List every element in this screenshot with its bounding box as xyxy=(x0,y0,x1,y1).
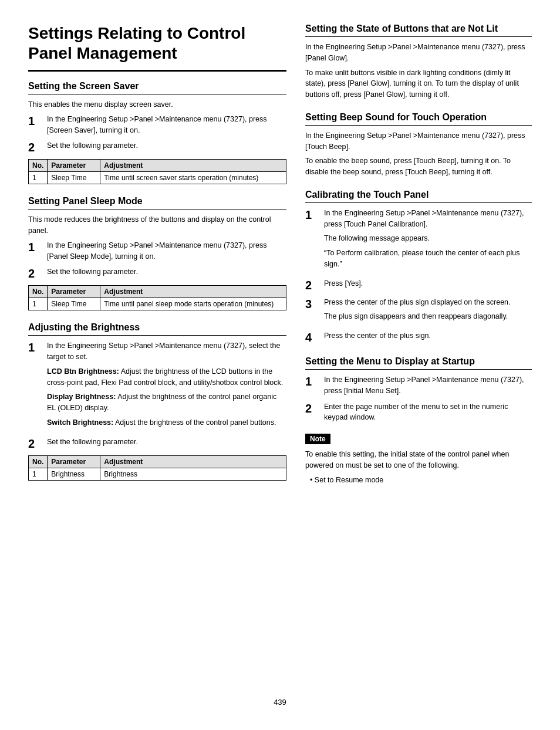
startup-menu-step1: 1 In the Engineering Setup >Panel >Maint… xyxy=(305,374,532,397)
section-brightness-title: Adjusting the Brightness xyxy=(28,322,286,336)
col-header-param: Parameter xyxy=(48,455,100,468)
switch-text: Adjust the brightness of the control pan… xyxy=(115,418,276,427)
note-bullet: • Set to Resume mode xyxy=(310,475,532,486)
touch-panel-note1: The following message appears. xyxy=(324,233,532,244)
brightness-step2: 2 Set the following parameter. xyxy=(28,437,286,451)
step-number: 2 xyxy=(305,401,322,415)
switch-label: Switch Brightness: xyxy=(47,418,113,427)
startup-menu-step2: 2 Enter the page number of the menu to s… xyxy=(305,401,532,424)
col-header-no: No. xyxy=(29,455,48,468)
step-number: 1 xyxy=(305,374,322,388)
note-label: Note xyxy=(305,434,330,444)
step-number: 1 xyxy=(28,114,45,128)
section-panel-sleep-title: Setting Panel Sleep Mode xyxy=(28,196,286,209)
step-number: 1 xyxy=(28,340,45,354)
beep-para2: To enable the beep sound, press [Touch B… xyxy=(305,156,532,178)
step-number: 1 xyxy=(305,208,322,222)
table-row: 1 Sleep Time Time until panel sleep mode… xyxy=(29,298,286,310)
step-number: 2 xyxy=(28,140,45,154)
cell-param: Brightness xyxy=(48,468,100,480)
display-label: Display Brightness: xyxy=(47,393,116,401)
step-content: In the Engineering Setup >Panel >Mainten… xyxy=(324,208,532,273)
brightness-step1-text: In the Engineering Setup >Panel >Mainten… xyxy=(47,342,281,361)
touch-panel-step4: 4 Press the center of the plus sign. xyxy=(305,330,532,344)
step-number: 1 xyxy=(28,240,45,254)
beep-para1: In the Engineering Setup >Panel >Mainten… xyxy=(305,130,532,153)
step-content: In the Engineering Setup >Panel >Mainten… xyxy=(47,240,286,262)
step-content: Press [Yes]. xyxy=(324,278,532,289)
step-content: Enter the page number of the menu to set… xyxy=(324,401,532,424)
touch-panel-step3-note: The plus sign disappears and then reappe… xyxy=(324,311,532,322)
touch-panel-step3-text: Press the center of the plus sign displa… xyxy=(324,298,511,306)
step-content: In the Engineering Setup >Panel >Mainten… xyxy=(47,114,286,136)
table-row: 1 Brightness Brightness xyxy=(29,468,286,480)
step-content: Set the following parameter. xyxy=(47,266,286,278)
panel-sleep-intro: This mode reduces the brightness of the … xyxy=(28,214,286,236)
step-content: Set the following parameter. xyxy=(47,437,286,448)
col-header-param: Parameter xyxy=(48,286,100,298)
screen-saver-table: No. Parameter Adjustment 1 Sleep Time Ti… xyxy=(28,159,286,184)
step-number: 2 xyxy=(305,278,322,292)
step-content: In the Engineering Setup >Panel >Mainten… xyxy=(47,340,286,431)
panel-sleep-step2: 2 Set the following parameter. xyxy=(28,266,286,280)
step-content: In the Engineering Setup >Panel >Mainten… xyxy=(324,374,532,397)
lcd-label: LCD Btn Brightness: xyxy=(47,367,119,376)
not-lit-para1: In the Engineering Setup >Panel >Mainten… xyxy=(305,42,532,64)
cell-adj: Time until panel sleep mode starts opera… xyxy=(100,298,286,310)
section-beep-title: Setting Beep Sound for Touch Operation xyxy=(305,112,532,126)
step-number: 2 xyxy=(28,437,45,451)
right-column: Setting the State of Buttons that are No… xyxy=(305,23,532,684)
not-lit-para2: To make unlit buttons visible in dark li… xyxy=(305,67,532,100)
step-content: Press the center of the plus sign displa… xyxy=(324,297,532,326)
col-header-adj: Adjustment xyxy=(100,286,286,298)
step-content: Press the center of the plus sign. xyxy=(324,330,532,342)
col-header-no: No. xyxy=(29,160,48,172)
step-number: 3 xyxy=(305,297,322,311)
section-not-lit-title: Setting the State of Buttons that are No… xyxy=(305,23,532,37)
cell-param: Sleep Time xyxy=(48,172,100,184)
col-header-adj: Adjustment xyxy=(100,160,286,172)
screen-saver-intro: This enables the menu display screen sav… xyxy=(28,99,286,110)
touch-panel-step1: 1 In the Engineering Setup >Panel >Maint… xyxy=(305,208,532,273)
step-number: 2 xyxy=(28,266,45,280)
cell-no: 1 xyxy=(29,298,48,310)
panel-sleep-step1: 1 In the Engineering Setup >Panel >Maint… xyxy=(28,240,286,262)
cell-adj: Brightness xyxy=(100,468,286,480)
table-row: 1 Sleep Time Time until screen saver sta… xyxy=(29,172,286,184)
note-text: To enable this setting, the initial stat… xyxy=(305,449,532,471)
left-column: Settings Relating to Control Panel Manag… xyxy=(28,23,286,684)
cell-param: Sleep Time xyxy=(48,298,100,310)
touch-panel-step1-text: In the Engineering Setup >Panel >Mainten… xyxy=(324,209,524,228)
section-screen-saver-title: Setting the Screen Saver xyxy=(28,81,286,94)
step-content: Set the following parameter. xyxy=(47,140,286,151)
brightness-step1: 1 In the Engineering Setup >Panel >Maint… xyxy=(28,340,286,431)
screen-saver-step2: 2 Set the following parameter. xyxy=(28,140,286,154)
brightness-table: No. Parameter Adjustment 1 Brightness Br… xyxy=(28,455,286,481)
step-number: 4 xyxy=(305,330,322,344)
col-header-no: No. xyxy=(29,286,48,298)
cell-adj: Time until screen saver starts operation… xyxy=(100,172,286,184)
col-header-adj: Adjustment xyxy=(100,455,286,468)
cell-no: 1 xyxy=(29,172,48,184)
page-title: Settings Relating to Control Panel Manag… xyxy=(28,23,286,72)
touch-panel-step2: 2 Press [Yes]. xyxy=(305,278,532,292)
screen-saver-step1: 1 In the Engineering Setup >Panel >Maint… xyxy=(28,114,286,136)
cell-no: 1 xyxy=(29,468,48,480)
section-touch-panel-title: Calibrating the Touch Panel xyxy=(305,190,532,203)
touch-panel-note2: “To Perform calibration, please touch th… xyxy=(324,248,532,270)
section-startup-menu-title: Setting the Menu to Display at Startup xyxy=(305,356,532,370)
page-number: 439 xyxy=(28,698,532,707)
page: Settings Relating to Control Panel Manag… xyxy=(0,0,560,730)
panel-sleep-table: No. Parameter Adjustment 1 Sleep Time Ti… xyxy=(28,285,286,310)
col-header-param: Parameter xyxy=(48,160,100,172)
touch-panel-step3: 3 Press the center of the plus sign disp… xyxy=(305,297,532,326)
